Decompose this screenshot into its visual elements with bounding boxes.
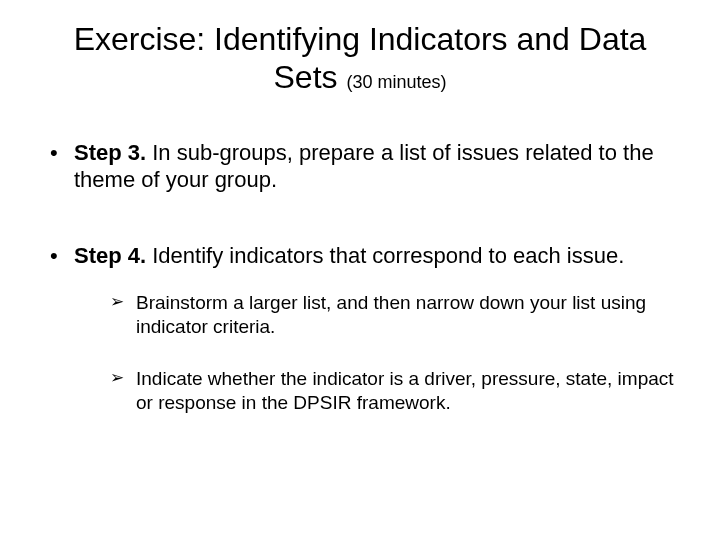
- slide: Exercise: Identifying Indicators and Dat…: [0, 0, 720, 540]
- bullet-list: Step 3. In sub-groups, prepare a list of…: [40, 139, 680, 415]
- title-duration: (30 minutes): [346, 72, 446, 92]
- slide-title: Exercise: Identifying Indicators and Dat…: [40, 20, 680, 97]
- list-item: Step 4. Identify indicators that corresp…: [40, 242, 680, 415]
- list-item: Step 3. In sub-groups, prepare a list of…: [40, 139, 680, 194]
- list-item: Indicate whether the indicator is a driv…: [110, 367, 680, 415]
- step-text: In sub-groups, prepare a list of issues …: [74, 140, 654, 193]
- step-label: Step 3.: [74, 140, 146, 165]
- step-text: Identify indicators that correspond to e…: [146, 243, 624, 268]
- step-label: Step 4.: [74, 243, 146, 268]
- sub-bullet-list: Brainstorm a larger list, and then narro…: [110, 291, 680, 414]
- list-item: Brainstorm a larger list, and then narro…: [110, 291, 680, 339]
